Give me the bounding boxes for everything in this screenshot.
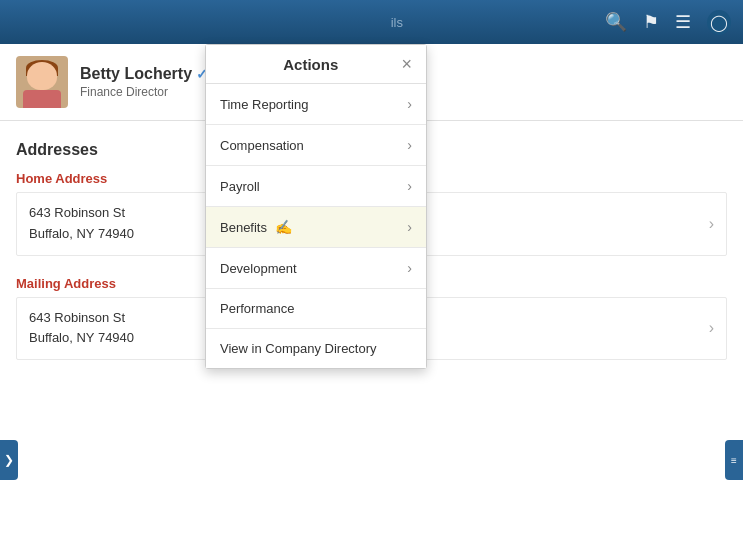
- mailing-address-chevron: ›: [709, 319, 714, 337]
- dropdown-title: Actions: [220, 56, 401, 73]
- benefits-label: Benefits ✍: [220, 219, 292, 235]
- performance-label: Performance: [220, 301, 294, 316]
- right-panel-toggle[interactable]: ≡: [725, 440, 743, 480]
- benefits-chevron: ›: [407, 219, 412, 235]
- actions-dropdown: Actions × Time Reporting › Compensation …: [205, 44, 427, 369]
- dropdown-header: Actions ×: [206, 45, 426, 84]
- left-panel-toggle[interactable]: ❯: [0, 440, 18, 480]
- top-navigation: ils 🔍 ⚑ ☰ ◯: [0, 0, 743, 44]
- avatar-image: [16, 56, 68, 108]
- menu-item-time-reporting[interactable]: Time Reporting ›: [206, 84, 426, 125]
- left-panel-icon: ❯: [4, 453, 14, 467]
- flag-icon[interactable]: ⚑: [643, 11, 659, 33]
- compensation-chevron: ›: [407, 137, 412, 153]
- menu-item-development[interactable]: Development ›: [206, 248, 426, 289]
- time-reporting-label: Time Reporting: [220, 97, 308, 112]
- menu-item-payroll[interactable]: Payroll ›: [206, 166, 426, 207]
- right-panel-icon: ≡: [731, 455, 737, 466]
- view-company-directory-label: View in Company Directory: [220, 341, 377, 356]
- home-address-chevron: ›: [709, 215, 714, 233]
- menu-item-performance[interactable]: Performance: [206, 289, 426, 329]
- nav-icons-group: 🔍 ⚑ ☰ ◯: [605, 10, 731, 35]
- menu-icon[interactable]: ☰: [675, 11, 691, 33]
- home-address-line2: Buffalo, NY 74940: [29, 224, 134, 245]
- time-reporting-chevron: ›: [407, 96, 412, 112]
- menu-item-view-company-directory[interactable]: View in Company Directory: [206, 329, 426, 368]
- home-address-line1: 643 Robinson St: [29, 203, 134, 224]
- menu-item-compensation[interactable]: Compensation ›: [206, 125, 426, 166]
- avatar: [16, 56, 68, 108]
- profile-name: Betty Locherty ✓: [80, 65, 208, 83]
- profile-info: Betty Locherty ✓ Finance Director: [80, 65, 208, 99]
- development-chevron: ›: [407, 260, 412, 276]
- profile-name-text: Betty Locherty: [80, 65, 192, 83]
- search-icon[interactable]: 🔍: [605, 11, 627, 33]
- payroll-label: Payroll: [220, 179, 260, 194]
- payroll-chevron: ›: [407, 178, 412, 194]
- globe-icon[interactable]: ◯: [707, 10, 731, 35]
- main-content: Betty Locherty ✓ Finance Director Addres…: [0, 44, 743, 560]
- mailing-address-line1: 643 Robinson St: [29, 308, 134, 329]
- menu-item-benefits[interactable]: Benefits ✍ ›: [206, 207, 426, 248]
- development-label: Development: [220, 261, 297, 276]
- home-address-content: 643 Robinson St Buffalo, NY 74940: [29, 203, 134, 245]
- mailing-address-content: 643 Robinson St Buffalo, NY 74940: [29, 308, 134, 350]
- nav-title: ils: [391, 15, 403, 30]
- close-button[interactable]: ×: [401, 55, 412, 73]
- mailing-address-line2: Buffalo, NY 74940: [29, 328, 134, 349]
- cursor-hand-icon: ✍: [275, 219, 292, 235]
- compensation-label: Compensation: [220, 138, 304, 153]
- profile-title: Finance Director: [80, 85, 208, 99]
